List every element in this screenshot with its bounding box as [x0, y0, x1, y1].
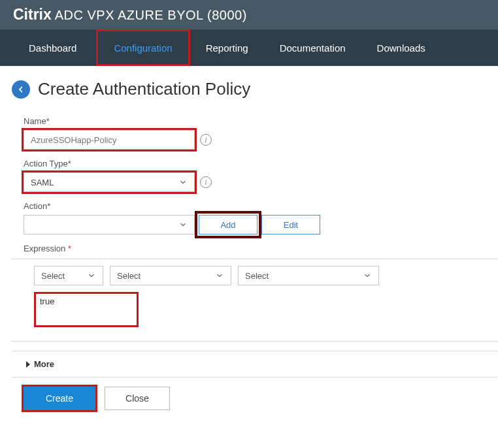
brand-strong: Citrix [13, 6, 52, 23]
back-button[interactable] [12, 80, 30, 99]
expr-select-3-label: Select [245, 271, 269, 281]
brand: Citrix ADC VPX AZURE BYOL (8000) [13, 6, 247, 24]
nav-dashboard-label: Dashboard [29, 42, 76, 54]
expr-select-2[interactable]: Select [110, 266, 231, 285]
chevron-down-icon [215, 271, 224, 280]
create-button[interactable]: Create [24, 387, 95, 410]
nav-downloads-label: Downloads [377, 42, 425, 54]
action-type-value: SAML [31, 178, 54, 187]
name-field: Name* i [24, 116, 486, 150]
chevron-down-icon [178, 178, 188, 187]
arrow-left-icon [16, 84, 26, 95]
nav-documentation-label: Documentation [280, 42, 346, 54]
triangle-right-icon [26, 361, 30, 368]
nav-configuration[interactable]: Configuration [96, 29, 190, 66]
expr-select-1-label: Select [41, 271, 65, 281]
action-type-field: Action Type* SAML i [24, 159, 486, 192]
nav-dashboard[interactable]: Dashboard [13, 30, 92, 66]
action-type-label: Action Type* [24, 159, 486, 168]
info-icon[interactable]: i [200, 134, 212, 146]
nav-downloads[interactable]: Downloads [361, 30, 441, 66]
title-row: Create Authentication Policy [12, 79, 486, 99]
expression-box: Select Select Select [12, 259, 498, 342]
footer-buttons: Create Close [24, 387, 486, 410]
expr-select-2-label: Select [117, 271, 141, 281]
chevron-down-icon [363, 271, 372, 280]
nav-reporting-label: Reporting [206, 42, 248, 54]
expr-select-1[interactable]: Select [34, 266, 103, 285]
edit-button[interactable]: Edit [261, 215, 320, 234]
chevron-down-icon [178, 220, 188, 229]
action-select[interactable] [24, 215, 195, 234]
expression-textarea[interactable] [34, 292, 139, 327]
action-type-select[interactable]: SAML [24, 172, 195, 192]
page-title: Create Authentication Policy [38, 79, 250, 99]
action-label: Action* [24, 201, 486, 211]
info-icon[interactable]: i [200, 176, 212, 188]
main-nav: Dashboard Configuration Reporting Docume… [0, 30, 498, 66]
nav-documentation[interactable]: Documentation [264, 30, 361, 66]
close-button[interactable]: Close [105, 387, 170, 410]
add-button[interactable]: Add [199, 215, 257, 234]
app-header: Citrix ADC VPX AZURE BYOL (8000) [0, 0, 498, 30]
name-label: Name* [24, 116, 486, 126]
page-body: Create Authentication Policy Name* i Act… [0, 66, 498, 417]
more-label: More [34, 359, 54, 369]
expression-label: Expression * [24, 244, 486, 253]
brand-rest: ADC VPX AZURE BYOL (8000) [52, 8, 247, 22]
name-input[interactable] [24, 130, 195, 150]
expr-select-3[interactable]: Select [238, 266, 379, 285]
more-expander[interactable]: More [12, 351, 498, 377]
nav-configuration-label: Configuration [114, 42, 172, 54]
action-field: Action* Add Edit [24, 201, 486, 234]
nav-reporting[interactable]: Reporting [190, 30, 264, 66]
chevron-down-icon [87, 271, 96, 280]
form: Name* i Action Type* SAML i Action* [12, 116, 486, 410]
required-asterisk: * [68, 244, 71, 253]
expression-selects: Select Select Select [12, 259, 498, 292]
